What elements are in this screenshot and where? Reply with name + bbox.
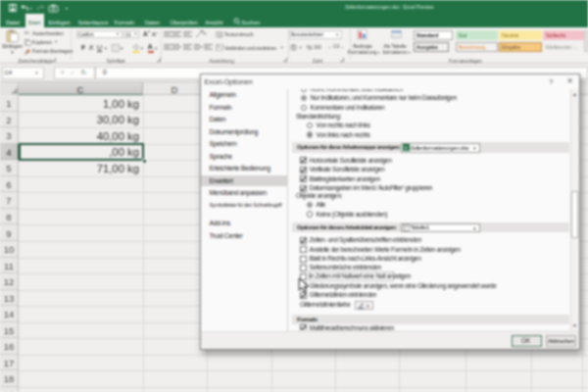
svg-text:X: X: [404, 145, 408, 151]
svg-text:$: $: [292, 44, 295, 50]
